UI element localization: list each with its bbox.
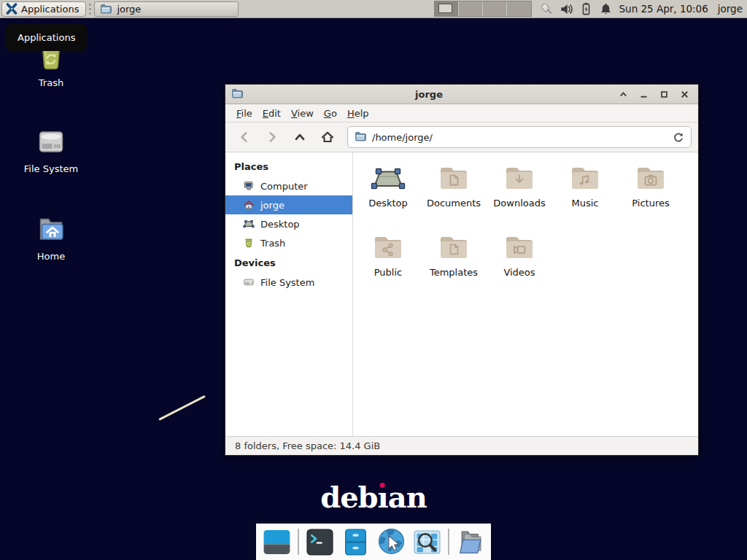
downloads-folder-icon bbox=[502, 160, 537, 195]
home-icon bbox=[243, 199, 255, 211]
hard-drive-icon bbox=[34, 124, 69, 159]
desktop[interactable]: Applications jorge bbox=[0, 0, 747, 560]
sidebar-item-trash[interactable]: Trash bbox=[225, 233, 352, 252]
folder-view[interactable]: Desktop Documents Do bbox=[353, 152, 698, 436]
dock-separator bbox=[448, 529, 449, 555]
dock-show-desktop-button[interactable] bbox=[262, 527, 292, 557]
window-folder-icon bbox=[231, 88, 243, 101]
home-button[interactable] bbox=[315, 126, 339, 148]
location-path[interactable]: /home/jorge/ bbox=[372, 132, 667, 143]
sidebar-item-label: Trash bbox=[260, 238, 285, 249]
shade-button[interactable] bbox=[615, 87, 631, 102]
maximize-button[interactable] bbox=[656, 87, 672, 102]
up-button[interactable] bbox=[287, 126, 311, 148]
folder-item-public[interactable]: Public bbox=[355, 228, 421, 298]
music-folder-icon bbox=[568, 160, 603, 195]
status-text: 8 folders, Free space: 14.4 GiB bbox=[235, 440, 380, 451]
sidebar-item-label: File System bbox=[260, 277, 314, 288]
workspace-1[interactable] bbox=[435, 1, 459, 16]
folder-item-pictures[interactable]: Pictures bbox=[618, 159, 684, 228]
folder-label: Desktop bbox=[368, 198, 408, 209]
toolbar: /home/jorge/ bbox=[225, 122, 698, 152]
desktop-icon-file-system[interactable]: File System bbox=[16, 124, 86, 174]
notifications-bell-icon[interactable] bbox=[599, 2, 613, 16]
applications-menu-button[interactable]: Applications bbox=[1, 1, 86, 17]
xfce-applications-icon bbox=[6, 3, 18, 15]
folder-item-templates[interactable]: Templates bbox=[421, 228, 487, 298]
workspace-3[interactable] bbox=[483, 1, 507, 16]
dock-separator bbox=[298, 529, 299, 555]
file-manager-window: jorge File Edit View Go Help bbox=[225, 84, 699, 456]
menu-edit[interactable]: Edit bbox=[258, 106, 286, 120]
statusbar: 8 folders, Free space: 14.4 GiB bbox=[225, 436, 698, 455]
dock-folder-button[interactable] bbox=[455, 527, 485, 557]
folder-item-desktop[interactable]: Desktop bbox=[355, 159, 421, 228]
path-folder-icon bbox=[355, 131, 366, 144]
window-title: jorge bbox=[247, 89, 611, 100]
input-device-icon[interactable] bbox=[540, 2, 554, 16]
folder-item-videos[interactable]: Videos bbox=[487, 228, 552, 298]
taskbar-window-button[interactable]: jorge bbox=[94, 1, 239, 17]
system-tray bbox=[540, 2, 613, 16]
top-panel: Applications jorge bbox=[0, 0, 747, 18]
sidebar-item-label: Computer bbox=[260, 181, 308, 192]
menu-view[interactable]: View bbox=[286, 106, 319, 120]
workspace-4[interactable] bbox=[507, 1, 530, 16]
home-folder-icon bbox=[34, 211, 69, 246]
close-button[interactable] bbox=[676, 87, 692, 102]
folder-label: Documents bbox=[427, 198, 481, 209]
sidebar-item-label: jorge bbox=[260, 200, 285, 211]
applications-menu-label: Applications bbox=[21, 4, 79, 15]
desktop-icon bbox=[243, 218, 255, 230]
menu-go[interactable]: Go bbox=[319, 106, 342, 120]
workspace-switcher bbox=[434, 1, 532, 17]
forward-button[interactable] bbox=[260, 126, 284, 148]
workspace-2[interactable] bbox=[459, 1, 483, 16]
menu-help[interactable]: Help bbox=[342, 106, 374, 120]
desktop-icon-label: Home bbox=[37, 251, 65, 262]
sidebar-item-computer[interactable]: Computer bbox=[225, 176, 352, 195]
panel-username[interactable]: jorge bbox=[718, 3, 743, 15]
open-folder-icon bbox=[455, 527, 485, 557]
panel-clock[interactable]: Sun 25 Apr, 10:06 bbox=[619, 3, 708, 15]
debian-logo-dotted-i: ı bbox=[378, 480, 388, 514]
panel-handle[interactable] bbox=[88, 3, 93, 15]
folder-item-downloads[interactable]: Downloads bbox=[487, 159, 552, 228]
templates-folder-icon bbox=[436, 230, 471, 265]
computer-icon bbox=[243, 180, 255, 192]
trash-icon bbox=[243, 237, 255, 249]
dock-file-manager-button[interactable] bbox=[341, 527, 371, 557]
menu-file[interactable]: File bbox=[231, 106, 258, 120]
location-bar[interactable]: /home/jorge/ bbox=[347, 126, 692, 148]
back-button[interactable] bbox=[232, 126, 256, 148]
folder-icon bbox=[100, 3, 112, 15]
sidebar-item-desktop[interactable]: Desktop bbox=[225, 214, 352, 233]
minimize-button[interactable] bbox=[635, 87, 651, 102]
web-browser-globe-icon bbox=[376, 527, 406, 557]
folder-label: Downloads bbox=[493, 198, 545, 209]
reload-button[interactable] bbox=[673, 131, 684, 143]
sidebar-header-places: Places bbox=[225, 156, 352, 176]
dock-application-finder-button[interactable] bbox=[412, 527, 442, 557]
sidebar-item-file-system[interactable]: File System bbox=[225, 273, 352, 292]
drive-icon bbox=[243, 276, 255, 288]
window-titlebar[interactable]: jorge bbox=[225, 85, 698, 104]
terminal-icon bbox=[305, 527, 335, 557]
folder-label: Templates bbox=[430, 268, 478, 278]
desktop-icon-label: Trash bbox=[39, 77, 63, 88]
file-cabinet-icon bbox=[341, 527, 371, 557]
volume-icon[interactable] bbox=[560, 2, 573, 16]
desktop-icon-home[interactable]: Home bbox=[16, 211, 86, 262]
videos-folder-icon bbox=[502, 230, 537, 265]
dock-web-browser-button[interactable] bbox=[376, 527, 406, 557]
sidebar-item-jorge[interactable]: jorge bbox=[225, 195, 352, 214]
folder-item-documents[interactable]: Documents bbox=[421, 159, 487, 228]
sidebar-header-devices: Devices bbox=[225, 252, 352, 273]
window-body: Places Computer jorge bbox=[225, 152, 698, 436]
folder-item-music[interactable]: Music bbox=[552, 159, 618, 228]
desktop-icon-label: File System bbox=[24, 163, 78, 174]
sidebar-item-label: Desktop bbox=[260, 219, 300, 230]
pictures-folder-icon bbox=[633, 160, 668, 195]
dock-terminal-button[interactable] bbox=[305, 527, 335, 557]
battery-charging-icon[interactable] bbox=[579, 2, 593, 16]
